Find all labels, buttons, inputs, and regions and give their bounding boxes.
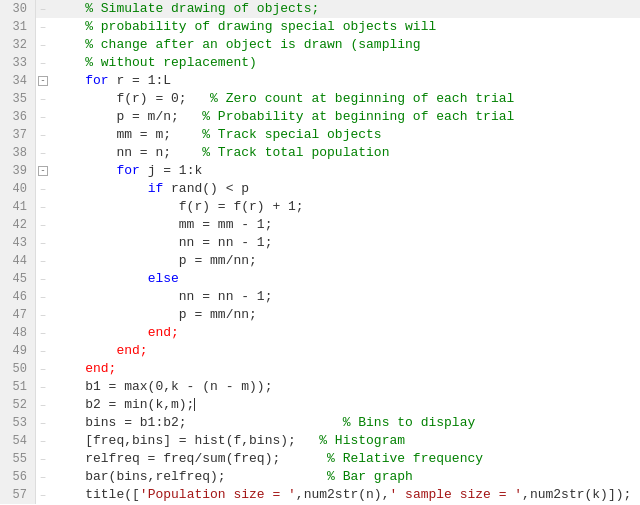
code-token: if: [148, 181, 164, 196]
fold-col[interactable]: -: [36, 72, 50, 90]
code-token: j = 1:k: [140, 163, 202, 178]
code-token: end;: [116, 343, 147, 358]
code-content: p = mm/nn;: [50, 306, 640, 324]
line-number: 47: [0, 306, 36, 324]
fold-col: –: [36, 36, 50, 54]
code-token: [54, 55, 85, 70]
fold-col: –: [36, 270, 50, 288]
fold-col: –: [36, 450, 50, 468]
code-line: 44– p = mm/nn;: [0, 252, 640, 270]
code-token: [54, 325, 148, 340]
code-token: p = m/n;: [54, 109, 202, 124]
code-token: % Histogram: [319, 433, 405, 448]
line-number: 35: [0, 90, 36, 108]
code-content: % Simulate drawing of objects;: [50, 0, 640, 18]
code-line: 41– f(r) = f(r) + 1;: [0, 198, 640, 216]
code-token: [freq,bins] = hist(f,bins);: [54, 433, 319, 448]
code-token: % Simulate drawing of objects;: [85, 1, 319, 16]
code-content: b1 = max(0,k - (n - m));: [50, 378, 640, 396]
code-line: 39- for j = 1:k: [0, 162, 640, 180]
code-line: 49– end;: [0, 342, 640, 360]
code-line: 40– if rand() < p: [0, 180, 640, 198]
line-number: 37: [0, 126, 36, 144]
code-token: else: [148, 271, 179, 286]
line-number: 52: [0, 396, 36, 414]
code-line: 50– end;: [0, 360, 640, 378]
code-token: p = mm/nn;: [54, 307, 257, 322]
code-token: % Bins to display: [343, 415, 476, 430]
line-number: 51: [0, 378, 36, 396]
line-number: 44: [0, 252, 36, 270]
code-token: rand() < p: [163, 181, 249, 196]
code-token: nn = nn - 1;: [54, 289, 272, 304]
code-content: end;: [50, 324, 640, 342]
code-content: title(['Population size = ',num2str(n),'…: [50, 486, 640, 504]
code-content: nn = nn - 1;: [50, 234, 640, 252]
code-token: % Zero count at beginning of each trial: [210, 91, 514, 106]
code-token: ,num2str(k)]);: [522, 487, 631, 502]
code-line: 36– p = m/n; % Probability at beginning …: [0, 108, 640, 126]
line-number: 41: [0, 198, 36, 216]
line-number: 45: [0, 270, 36, 288]
fold-col: –: [36, 486, 50, 504]
code-content: for r = 1:L: [50, 72, 640, 90]
code-token: f(r) = f(r) + 1;: [54, 199, 304, 214]
code-line: 47– p = mm/nn;: [0, 306, 640, 324]
line-number: 30: [0, 0, 36, 18]
code-line: 42– mm = mm - 1;: [0, 216, 640, 234]
code-line: 45– else: [0, 270, 640, 288]
code-line: 43– nn = nn - 1;: [0, 234, 640, 252]
code-content: p = m/n; % Probability at beginning of e…: [50, 108, 640, 126]
fold-col: –: [36, 432, 50, 450]
code-content: f(r) = f(r) + 1;: [50, 198, 640, 216]
fold-col[interactable]: -: [36, 162, 50, 180]
code-token: % Track total population: [202, 145, 389, 160]
line-number: 40: [0, 180, 36, 198]
fold-col: –: [36, 90, 50, 108]
code-token: b1 = max(0,k - (n - m));: [54, 379, 272, 394]
code-line: 55– relfreq = freq/sum(freq); % Relative…: [0, 450, 640, 468]
code-line: 32– % change after an object is drawn (s…: [0, 36, 640, 54]
code-line: 38– nn = n; % Track total population: [0, 144, 640, 162]
line-number: 48: [0, 324, 36, 342]
code-token: nn = n;: [54, 145, 202, 160]
line-number: 42: [0, 216, 36, 234]
fold-col: –: [36, 324, 50, 342]
code-line: 48– end;: [0, 324, 640, 342]
line-number: 43: [0, 234, 36, 252]
code-token: [54, 271, 148, 286]
code-token: [54, 1, 85, 16]
code-line: 34- for r = 1:L: [0, 72, 640, 90]
code-line: 33– % without replacement): [0, 54, 640, 72]
code-token: 'Population size = ': [140, 487, 296, 502]
line-number: 50: [0, 360, 36, 378]
code-content: b2 = min(k,m);: [50, 396, 640, 414]
fold-col: –: [36, 216, 50, 234]
code-line: 35– f(r) = 0; % Zero count at beginning …: [0, 90, 640, 108]
fold-col: –: [36, 54, 50, 72]
fold-col: –: [36, 126, 50, 144]
code-line: 31– % probability of drawing special obj…: [0, 18, 640, 36]
code-token: p = mm/nn;: [54, 253, 257, 268]
code-token: r = 1:L: [109, 73, 171, 88]
code-token: [54, 343, 116, 358]
code-content: if rand() < p: [50, 180, 640, 198]
fold-col: –: [36, 234, 50, 252]
code-content: relfreq = freq/sum(freq); % Relative fre…: [50, 450, 640, 468]
code-line: 56– bar(bins,relfreq); % Bar graph: [0, 468, 640, 486]
code-content: end;: [50, 360, 640, 378]
code-token: title([: [54, 487, 140, 502]
code-content: else: [50, 270, 640, 288]
line-number: 46: [0, 288, 36, 306]
code-content: nn = n; % Track total population: [50, 144, 640, 162]
line-number: 34: [0, 72, 36, 90]
code-line: 46– nn = nn - 1;: [0, 288, 640, 306]
code-token: [54, 163, 116, 178]
code-token: f(r) = 0;: [54, 91, 210, 106]
code-content: nn = nn - 1;: [50, 288, 640, 306]
code-token: % Bar graph: [327, 469, 413, 484]
code-token: nn = nn - 1;: [54, 235, 272, 250]
code-token: for: [116, 163, 139, 178]
fold-col: –: [36, 180, 50, 198]
line-number: 38: [0, 144, 36, 162]
